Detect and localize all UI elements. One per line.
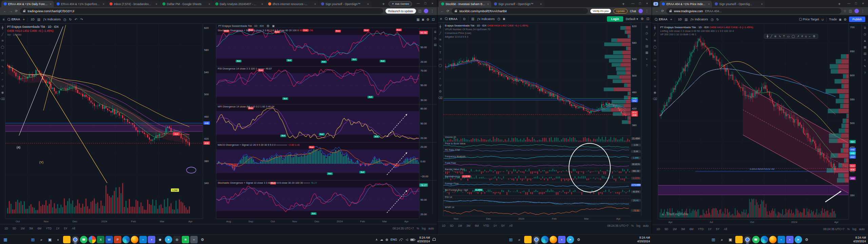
back-icon[interactable]: ← bbox=[441, 9, 444, 13]
battery-icon[interactable] bbox=[410, 239, 415, 241]
taskbar-discord-icon[interactable]: ◖ bbox=[786, 236, 793, 243]
taskbar-start-icon[interactable]: ⊞ bbox=[29, 236, 37, 243]
time-axis[interactable]: OctNovDec2024FebMarApr bbox=[5, 219, 203, 224]
taskbar-spotify-icon[interactable]: ≋ bbox=[182, 236, 189, 243]
close-button[interactable]: × bbox=[860, 1, 867, 6]
range-5d-button[interactable]: 5D bbox=[449, 224, 455, 228]
replay-icon[interactable]: ↻ bbox=[69, 18, 72, 21]
taskbar-search-icon[interactable]: ⌕ bbox=[718, 236, 726, 243]
taskbar-settings-icon[interactable]: ⚙ bbox=[199, 236, 206, 243]
taskbar-search-icon[interactable]: ⌕ bbox=[516, 236, 523, 243]
delete-icon[interactable]: ⌫ bbox=[653, 97, 657, 101]
news-icon[interactable]: ▤ bbox=[434, 43, 437, 46]
taskbar-firefox-icon[interactable] bbox=[131, 236, 138, 243]
ruler-icon[interactable]: ⌐ bbox=[654, 71, 656, 75]
taskbar-whatsapp-icon[interactable]: ☎ bbox=[80, 236, 87, 243]
range-5y-button[interactable]: 5Y bbox=[715, 227, 721, 231]
browser-tab[interactable]: ERAA 404 & +1% Daily Forec...× bbox=[1, 1, 54, 7]
range-5y-button[interactable]: 5Y bbox=[500, 224, 506, 228]
profile-avatar[interactable] bbox=[638, 9, 643, 13]
menu-icon[interactable]: ≡ bbox=[3, 18, 5, 21]
rectangle-tool-icon[interactable]: ▭ bbox=[787, 35, 790, 38]
back-icon[interactable]: ← bbox=[3, 9, 7, 13]
taskbar-excel-icon[interactable]: X bbox=[97, 236, 104, 243]
maximize-button[interactable]: □ bbox=[422, 1, 429, 6]
measure-tool-icon[interactable]: # bbox=[801, 35, 803, 38]
range-1y-button[interactable]: 1Y bbox=[55, 226, 60, 230]
taskbar-photos-icon[interactable] bbox=[88, 236, 96, 243]
taskbar-vscode-icon[interactable]: ‹› bbox=[777, 236, 785, 243]
range-1y-button[interactable]: 1Y bbox=[707, 227, 712, 231]
chat-button[interactable]: Chat bbox=[630, 9, 636, 13]
browser-tab[interactable]: Stockbit - Investasi Saham Bersam...× bbox=[439, 1, 491, 7]
indicators-button[interactable]: ƒx Indicators bbox=[43, 18, 61, 21]
menu-kebab-icon[interactable]: ⋮ bbox=[645, 9, 649, 13]
alerts-icon[interactable]: ◷ bbox=[434, 37, 437, 40]
chart-clock[interactable]: 08:24:35 UTC+7 bbox=[823, 227, 845, 231]
time-axis[interactable]: AprJulOct2024Apr bbox=[658, 219, 849, 225]
alert-icon[interactable]: ◷ bbox=[711, 18, 714, 21]
ellipse-icon[interactable]: ◯ bbox=[653, 45, 656, 49]
settings-tool-icon[interactable]: ⚙ bbox=[813, 35, 815, 38]
taskbar-task-view-icon[interactable]: ▣ bbox=[727, 236, 734, 243]
new-tab-button[interactable]: + bbox=[620, 2, 627, 6]
layout-icon[interactable]: ▦ bbox=[416, 18, 419, 21]
price-target-toggle[interactable]: Price Target bbox=[799, 18, 819, 21]
chart-type-icon[interactable]: ▥ bbox=[471, 17, 474, 21]
taskbar-telegram-icon[interactable]: ➤ bbox=[794, 236, 802, 243]
ruler-icon[interactable]: ⌐ bbox=[439, 70, 441, 74]
replay-icon[interactable]: ↻ bbox=[716, 18, 719, 21]
taskbar-vscode-icon[interactable]: ‹› bbox=[139, 236, 147, 243]
ruler-icon[interactable]: ⌐ bbox=[2, 71, 3, 75]
minimize-button[interactable]: — bbox=[629, 1, 636, 6]
magnet-icon[interactable]: ∪ bbox=[822, 18, 824, 21]
maximize-button[interactable]: □ bbox=[852, 1, 860, 6]
interval-button[interactable]: D bbox=[463, 17, 466, 21]
taskbar-file-explorer-icon[interactable] bbox=[524, 236, 532, 243]
scale-auto-toggle[interactable]: auto bbox=[643, 224, 649, 227]
news-icon[interactable]: ▤ bbox=[864, 52, 867, 55]
taskbar-steam-icon[interactable]: ◉ bbox=[156, 236, 164, 243]
taskbar-chrome-icon[interactable] bbox=[744, 236, 751, 243]
compare-icon[interactable]: + bbox=[23, 18, 25, 21]
indicators-button[interactable]: ƒx Indicators bbox=[477, 17, 495, 21]
hotlists-icon[interactable]: ▲ bbox=[864, 39, 867, 42]
forward-icon[interactable]: → bbox=[9, 9, 13, 13]
chart-clock[interactable]: 08:24:35 UTC+7 bbox=[393, 227, 414, 230]
indicators-button[interactable]: ƒx Indicators bbox=[690, 18, 708, 21]
relaunch-to-update-button[interactable]: Relaunch to update bbox=[386, 8, 416, 14]
language-indicator[interactable]: ENG bbox=[391, 238, 397, 241]
scale-%-toggle[interactable]: % bbox=[847, 227, 850, 231]
profile-avatar[interactable] bbox=[854, 9, 859, 13]
address-box[interactable]: tradingview.com/chart/qlCfSGDYJ/ bbox=[20, 8, 383, 14]
text-icon[interactable]: T bbox=[439, 51, 441, 54]
scale-%-toggle[interactable]: % bbox=[417, 227, 419, 230]
update-button[interactable]: Update bbox=[613, 9, 628, 14]
tab-close-icon[interactable]: × bbox=[209, 2, 210, 6]
trend-line-icon[interactable]: ╱ bbox=[439, 32, 441, 35]
range-ytd-button[interactable]: YTD bbox=[697, 227, 705, 231]
price-chart-canvas[interactable]: (4)(Y)LOW414 bbox=[5, 24, 203, 219]
chart-type-icon[interactable]: ▥ bbox=[685, 18, 688, 21]
tab-close-icon[interactable]: × bbox=[314, 2, 316, 6]
wifi-icon[interactable] bbox=[399, 238, 403, 241]
news-icon[interactable]: ▤ bbox=[645, 44, 648, 48]
brush-icon[interactable]: ∿ bbox=[1, 65, 4, 68]
tab-close-icon[interactable]: × bbox=[708, 2, 710, 6]
tray-chevron-icon[interactable]: ∧ bbox=[375, 238, 378, 241]
taskbar-chrome-icon[interactable] bbox=[72, 236, 79, 243]
rectangle-icon[interactable]: ▭ bbox=[653, 58, 656, 62]
compare-icon[interactable]: + bbox=[670, 18, 672, 21]
watchlist-icon[interactable]: ≣ bbox=[646, 25, 648, 28]
symbol-search-button[interactable]: ERAA bbox=[445, 17, 458, 21]
menu-icon[interactable]: ≡ bbox=[440, 17, 442, 21]
range-3m-button[interactable]: 3M bbox=[680, 227, 686, 231]
taskbar-search-icon[interactable]: ⌕ bbox=[38, 236, 45, 243]
browser-tab[interactable]: ERAA 404 & +1% Superfore...× bbox=[54, 1, 107, 7]
minimize-button[interactable]: — bbox=[845, 1, 852, 6]
taskbar-word-icon[interactable]: W bbox=[105, 236, 113, 243]
taskbar-settings-icon[interactable]: ⚙ bbox=[575, 236, 583, 243]
help-icon[interactable]: ? bbox=[864, 71, 866, 75]
rectangle-icon[interactable]: ▭ bbox=[1, 58, 4, 62]
browser-tab[interactable]: Sign yourself - OpenSign™× bbox=[319, 1, 371, 7]
